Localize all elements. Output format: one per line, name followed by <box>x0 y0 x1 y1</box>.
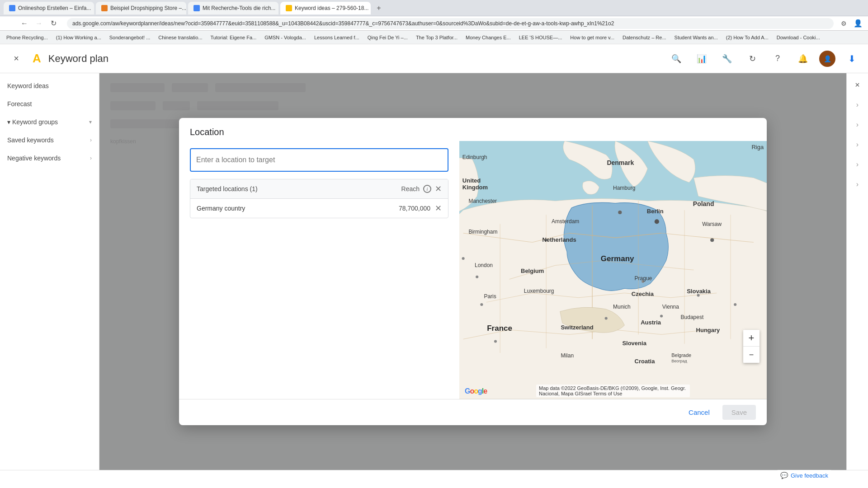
bookmark-11[interactable]: LEE 'S HOUSE—... <box>516 34 565 41</box>
bookmark-1[interactable]: Phone Recycling... <box>4 34 51 41</box>
sidebar-item-label-groups: ▾ Keyword groups <box>7 118 58 126</box>
bookmark-16[interactable]: Download - Cooki... <box>774 34 823 41</box>
notifications-button[interactable]: 🔔 <box>794 50 812 68</box>
svg-point-28 <box>476 276 478 278</box>
cancel-button[interactable]: Cancel <box>681 405 717 420</box>
right-panel-chevron-1[interactable]: › <box>849 97 866 113</box>
sidebar-item-groups[interactable]: ▾ Keyword groups ▾ <box>0 113 99 131</box>
bookmark-12[interactable]: How to get more v... <box>567 34 617 41</box>
modal-title: Location <box>190 127 224 137</box>
location-modal: Location <box>179 118 767 425</box>
avatar[interactable]: 👤 <box>819 51 835 67</box>
extensions-button[interactable]: ⚙ <box>837 17 850 30</box>
tab-favicon-1 <box>9 5 15 11</box>
svg-point-39 <box>734 303 736 306</box>
modal-footer: Cancel Save <box>179 399 767 425</box>
back-button[interactable]: ← <box>18 17 31 30</box>
google-logo: Google <box>465 387 487 395</box>
bookmark-14[interactable]: Student Wants an... <box>672 34 721 41</box>
browser-action-buttons: ⚙ 👤 <box>837 17 864 30</box>
modal-left-pane: Targeted locations (1) Reach i ✕ G <box>179 141 459 399</box>
modal-backdrop: Location <box>99 73 846 470</box>
bookmark-10[interactable]: Money Changes E... <box>463 34 514 41</box>
search-button[interactable]: 🔍 <box>667 50 685 68</box>
sidebar-item-forecast[interactable]: Forecast <box>0 95 99 113</box>
reach-info-icon[interactable]: i <box>423 185 431 193</box>
page-title: Keyword plan <box>48 53 108 65</box>
map-container: Riga Denmark Edinburgh UnitedKingdom Man… <box>459 141 767 399</box>
bookmark-13[interactable]: Datenschutz – Re... <box>620 34 669 41</box>
browser-tab-bar: Onlineshop Erstellen – Einfa... × Beispi… <box>0 0 868 16</box>
download-button[interactable]: ⬇ <box>843 50 861 68</box>
tab-3[interactable]: Mit Recherche-Tools die rich... × <box>188 2 278 14</box>
sidebar-item-label-saved: Saved keywords <box>7 136 54 144</box>
tools-button[interactable]: 🔧 <box>718 50 736 68</box>
remove-location-button[interactable]: ✕ <box>435 203 442 213</box>
reload-button[interactable]: ↻ <box>47 17 60 30</box>
bookmark-2[interactable]: (1) How Working a... <box>53 34 104 41</box>
bottom-bar: 💬 Give feedback <box>0 470 868 488</box>
svg-point-34 <box>642 280 644 283</box>
bookmark-3[interactable]: Sonderangebot! ... <box>107 34 153 41</box>
sidebar-item-keywords[interactable]: Keyword ideas <box>0 77 99 95</box>
bookmark-9[interactable]: The Top 3 Platfor... <box>413 34 460 41</box>
close-plan-button[interactable]: × <box>7 50 25 68</box>
refresh-button[interactable]: ↻ <box>743 50 761 68</box>
reach-label: Reach <box>401 185 420 192</box>
tab-close-1[interactable]: × <box>94 5 94 10</box>
targeted-row-germany: Germany country 78,700,000 ✕ <box>190 199 448 218</box>
sidebar-item-saved[interactable]: Saved keywords › <box>0 131 99 149</box>
help-button[interactable]: ? <box>769 50 787 68</box>
tab-1[interactable]: Onlineshop Erstellen – Einfa... × <box>4 2 94 14</box>
map-zoom-controls: + − <box>743 330 760 363</box>
svg-point-35 <box>697 294 700 297</box>
give-feedback-button[interactable]: 💬 Give feedback <box>777 470 832 481</box>
close-targeted-button[interactable]: ✕ <box>435 184 442 194</box>
bookmark-15[interactable]: (2) How To Add A... <box>723 34 771 41</box>
top-bar: × A Keyword plan 🔍 📊 🔧 ↻ ? 🔔 👤 ⬇ <box>0 44 868 73</box>
location-search-input[interactable] <box>196 156 442 164</box>
targeted-header: Targeted locations (1) Reach i ✕ <box>190 179 448 199</box>
targeted-location-name: Germany country <box>197 205 245 212</box>
tab-close-3[interactable]: × <box>278 5 278 10</box>
bookmark-5[interactable]: Tutorial: Eigene Fa... <box>208 34 259 41</box>
nav-buttons: ← → ↻ <box>18 17 60 30</box>
modal-body: Targeted locations (1) Reach i ✕ G <box>179 141 767 399</box>
tab-favicon-2 <box>101 5 108 11</box>
svg-point-33 <box>710 238 714 242</box>
zoom-out-button[interactable]: − <box>743 347 760 363</box>
targeted-locations-section: Targeted locations (1) Reach i ✕ G <box>190 179 448 218</box>
zoom-in-button[interactable]: + <box>743 330 760 346</box>
tab-label-4: Keyword ideas – 279-560-18... <box>295 5 368 11</box>
bookmark-4[interactable]: Chinese translatio... <box>156 34 205 41</box>
forward-button[interactable]: → <box>33 17 45 30</box>
profile-button[interactable]: 👤 <box>852 17 864 30</box>
targeted-row-right: 78,700,000 ✕ <box>399 203 442 213</box>
right-panel-chevron-2[interactable]: › <box>849 117 866 133</box>
svg-point-31 <box>618 211 622 214</box>
right-panel-chevron-4[interactable]: › <box>849 156 866 173</box>
chart-button[interactable]: 📊 <box>693 50 711 68</box>
address-input[interactable] <box>67 18 834 29</box>
save-button[interactable]: Save <box>722 405 756 420</box>
tab-favicon-4 <box>286 5 292 11</box>
map-attribution: Map data ©2022 GeoBasis-DE/BKG (©2009), … <box>536 385 690 397</box>
sidebar: Keyword ideas Forecast ▾ Keyword groups … <box>0 73 99 470</box>
svg-point-30 <box>545 239 547 241</box>
sidebar-item-negative[interactable]: Negative keywords › <box>0 149 99 167</box>
svg-point-38 <box>660 314 663 317</box>
tab-2[interactable]: Beispiel Dropshipping Store –... × <box>96 2 186 14</box>
right-panel-chevron-3[interactable]: › <box>849 136 866 153</box>
tab-4[interactable]: Keyword ideas – 279-560-18... × <box>280 2 371 14</box>
bookmark-6[interactable]: GMSN - Vologda... <box>262 34 309 41</box>
svg-point-32 <box>655 219 659 224</box>
right-panel-chevron-5[interactable]: › <box>849 176 866 192</box>
sidebar-item-label-keywords: Keyword ideas <box>7 82 49 89</box>
bookmark-8[interactable]: Qing Fei De Yi –... <box>365 34 410 41</box>
close-right-panel-button[interactable]: × <box>849 77 866 93</box>
new-tab-button[interactable]: + <box>373 2 385 14</box>
tab-label-1: Onlineshop Erstellen – Einfa... <box>18 5 91 11</box>
tab-label-2: Beispiel Dropshipping Store –... <box>110 5 186 11</box>
bookmark-7[interactable]: Lessons Learned f... <box>311 34 362 41</box>
modal-header: Location <box>179 118 767 141</box>
